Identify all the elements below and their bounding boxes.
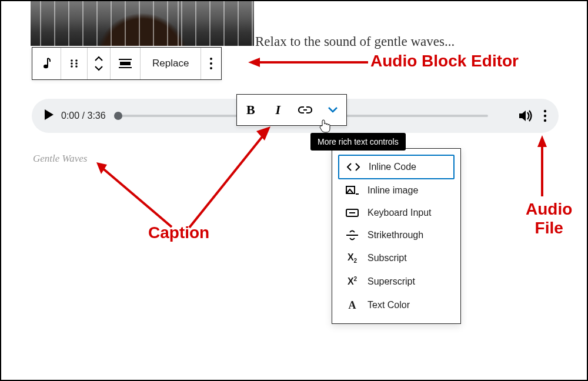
svg-marker-30 (537, 135, 547, 147)
seek-thumb[interactable] (114, 112, 122, 120)
move-up-down[interactable] (88, 48, 111, 79)
svg-point-4 (75, 62, 78, 65)
more-vertical-icon (543, 109, 547, 122)
annotation-audio-file: Audio File (526, 200, 572, 238)
more-rich-text-button[interactable] (323, 106, 342, 113)
italic-icon: I (275, 102, 280, 118)
dropdown-item-text-color[interactable]: A Text Color (338, 293, 455, 317)
chevron-up-down-icon (93, 55, 104, 72)
svg-marker-26 (96, 162, 107, 174)
inline-code-icon (346, 163, 360, 171)
play-icon (44, 109, 54, 121)
current-time: 0:00 (61, 111, 79, 121)
canvas: Relax to the sound of gentle waves... (0, 0, 588, 381)
play-button[interactable] (44, 109, 54, 123)
inline-image-icon (345, 186, 359, 195)
bold-button[interactable]: B (241, 102, 260, 118)
link-icon (298, 106, 312, 114)
annotation-arrow (535, 135, 549, 200)
more-options-button[interactable] (201, 48, 221, 79)
svg-line-25 (101, 167, 172, 227)
dropdown-item-label: Inline Code (369, 162, 416, 172)
svg-point-10 (210, 58, 212, 60)
dropdown-item-label: Keyboard Input (368, 208, 432, 218)
superscript-icon: X2 (345, 276, 359, 287)
block-description-text: Relax to the sound of gentle waves... (255, 34, 455, 49)
svg-point-1 (71, 59, 73, 62)
dropdown-item-strikethrough[interactable]: Strikethrough (338, 224, 455, 246)
player-more-button[interactable] (543, 109, 547, 122)
svg-marker-13 (45, 109, 54, 120)
dropdown-item-inline-code[interactable]: Inline Code (338, 155, 455, 179)
rich-text-dropdown: Inline Code Inline image Keyboard Input … (332, 148, 461, 324)
volume-button[interactable] (519, 109, 533, 122)
volume-icon (519, 109, 533, 122)
svg-point-6 (75, 65, 78, 68)
svg-point-15 (544, 110, 546, 112)
dropdown-item-superscript[interactable]: X2 Superscript (338, 270, 455, 293)
time-display: 0:00 / 3:36 (61, 111, 106, 121)
svg-point-5 (71, 65, 73, 68)
dropdown-item-label: Strikethrough (368, 230, 423, 240)
align-button[interactable] (111, 48, 141, 79)
align-icon (119, 58, 132, 69)
italic-button[interactable]: I (269, 102, 288, 118)
svg-point-17 (544, 119, 546, 122)
svg-line-27 (189, 132, 266, 228)
annotation-arrow (89, 159, 183, 235)
annotation-audio-block-editor: Audio Block Editor (370, 52, 519, 71)
annotation-arrow (248, 56, 372, 68)
chevron-down-icon (328, 106, 338, 113)
strikethrough-icon (345, 230, 359, 240)
svg-point-0 (44, 65, 48, 68)
svg-rect-8 (120, 62, 131, 65)
audio-block-type-icon[interactable] (32, 48, 61, 79)
drag-handle[interactable] (61, 48, 88, 79)
duration: 3:36 (87, 111, 105, 121)
dropdown-item-label: Inline image (368, 185, 418, 196)
dropdown-item-keyboard-input[interactable]: Keyboard Input (338, 202, 455, 224)
tooltip: More rich text controls (310, 133, 406, 151)
text-color-icon: A (345, 299, 359, 312)
dropdown-item-label: Superscript (368, 276, 415, 287)
svg-marker-14 (519, 111, 526, 121)
featured-image (31, 1, 254, 46)
svg-point-2 (75, 59, 78, 62)
drag-dots-icon (69, 59, 79, 68)
subscript-icon: X2 (345, 252, 359, 264)
dropdown-item-label: Text Color (368, 300, 410, 310)
svg-marker-28 (256, 126, 270, 141)
bold-icon: B (246, 102, 255, 118)
dropdown-item-inline-image[interactable]: Inline image (338, 179, 455, 202)
annotation-arrow (178, 122, 278, 233)
link-button[interactable] (296, 106, 315, 114)
more-vertical-icon (209, 57, 213, 70)
music-note-icon (41, 57, 52, 70)
svg-point-3 (71, 62, 73, 65)
audio-block-toolbar: Replace (32, 47, 222, 80)
svg-point-11 (210, 62, 212, 65)
dropdown-item-label: Subscript (368, 253, 407, 263)
replace-button[interactable]: Replace (141, 48, 201, 79)
svg-marker-24 (248, 58, 260, 67)
svg-point-12 (210, 67, 212, 69)
keyboard-icon (345, 209, 359, 217)
audio-caption[interactable]: Gentle Waves (33, 153, 87, 165)
dropdown-item-subscript[interactable]: X2 Subscript (338, 246, 455, 270)
svg-point-16 (544, 115, 546, 117)
